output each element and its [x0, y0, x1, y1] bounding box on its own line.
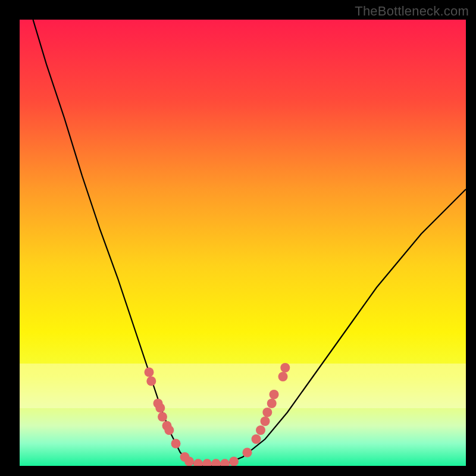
- watermark-text: TheBottleneck.com: [355, 4, 469, 19]
- chart-frame: TheBottleneck.com: [0, 0, 476, 476]
- pale-yellow-band: [20, 364, 466, 408]
